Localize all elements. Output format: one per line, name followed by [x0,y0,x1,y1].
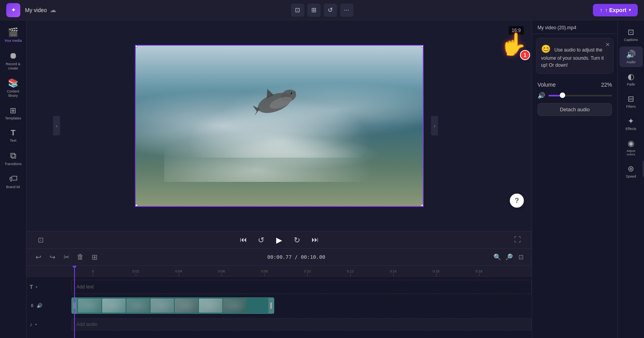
ruler-marks: 0 0:02 0:04 0:06 [71,266,500,276]
ruler-mark-6: 0:06 [200,269,243,276]
right-sidebar-adjust-colors[interactable]: ◉ Adjustcolors [619,135,643,159]
frame-thumb-3 [126,299,150,313]
rewind-button[interactable]: ↺ [255,234,268,246]
transitions-icon: ⧉ [10,151,16,161]
timeline-playhead[interactable] [74,266,75,338]
text-track-row: T + Add text [27,278,532,295]
skip-forward-button[interactable]: ⏭ [309,234,321,246]
fit-button[interactable]: ⊡ [516,253,525,262]
sidebar-item-templates[interactable]: ⊞ Templates [2,103,25,124]
expand-left-button[interactable]: ‹ [53,116,60,135]
help-button[interactable]: ? [510,194,524,208]
save-frame-button[interactable]: ⊞ [89,252,100,263]
cut-button[interactable]: ✂ [61,252,72,263]
zoom-out-button[interactable]: 🔍 [493,253,502,262]
crop-button[interactable]: ⊡ [291,4,304,17]
frame-thumb-5 [175,299,198,313]
sidebar-item-text[interactable]: T Text [2,125,25,146]
resize-handle-tr[interactable] [421,45,424,48]
video-preview: 16:9 ? ‹ › [27,20,532,231]
right-sidebar-fade[interactable]: ◐ Fade [619,69,643,89]
clip-handle-right[interactable] [268,298,274,313]
text-icon: T [11,128,15,137]
resize-handle-br[interactable] [421,204,424,207]
more-button[interactable]: ··· [340,4,353,17]
screen-icon-button[interactable]: ⊡ [34,234,47,246]
cloud-save-icon: ☁ [50,6,56,14]
detach-audio-button[interactable]: Detach audio [538,103,612,116]
app-logo: ✦ [6,3,20,17]
content-library-icon: 📚 [8,78,18,88]
sidebar-item-brand[interactable]: 🏷 Brand kit [2,171,25,192]
video-container [135,45,424,207]
right-sidebar-audio[interactable]: 🔊 Audio [619,46,643,67]
zoom-in-button[interactable]: 🔎 [504,253,514,262]
forward-button[interactable]: ↻ [291,234,303,246]
sidebar-item-record[interactable]: ⏺ Record &create [2,48,25,74]
timeline: ↩ ↪ ✂ 🗑 ⊞ 00:00.77 / 00:10.00 🔍 🔎 ⊡ 0 [27,248,532,338]
resize-handle-tl[interactable] [135,45,138,48]
video-track-row: ⏸ 🔊 [27,297,532,314]
music-icon: ♪ [30,321,32,327]
audio-track[interactable]: Add audio [71,318,532,331]
adjust-colors-icon: ◉ [628,139,634,148]
your-media-icon: 🎬 [8,27,18,37]
expand-right-button[interactable]: › [431,116,438,135]
effects-icon: ✦ [628,116,634,126]
text-track-label: T + [27,284,71,290]
clip-right-handle-icon [270,302,272,309]
volume-section: Volume 22% 🔊 [532,78,617,103]
right-sidebar-effects[interactable]: ✦ Effects [619,113,643,134]
ruler-mark-16: 0:16 [415,269,458,276]
timeline-content[interactable]: 0 0:02 0:04 0:06 [27,266,532,338]
frame-thumb-1 [78,299,101,313]
export-button[interactable]: ↑ ↑ Export ▾ [593,4,638,16]
frame-thumb-7 [223,299,247,313]
frame-button[interactable]: ⊞ [307,4,321,17]
rotate-button[interactable]: ↺ [324,4,337,17]
resize-handle-bl[interactable] [135,204,138,207]
sidebar-collapse-button[interactable]: › [642,161,644,177]
tooltip-close-button[interactable]: ✕ [605,41,610,48]
ruler-mark-18: 0:18 [458,269,500,276]
sidebar-item-your-media[interactable]: 🎬 Your media [2,24,25,46]
right-sidebar-speed[interactable]: ⊛ Speed [619,161,643,181]
playback-bar: ⊡ ⏮ ↺ ▶ ↻ ⏭ ⛶ [27,231,532,248]
timeline-toolbar: ↩ ↪ ✂ 🗑 ⊞ 00:00.77 / 00:10.00 🔍 🔎 ⊡ [27,249,532,266]
tooltip-emoji: 😊 [541,44,551,53]
video-clip[interactable] [71,297,274,314]
redo-button[interactable]: ↪ [47,252,58,263]
right-panel-header: My video (20).mp4 [532,20,617,34]
add-text-track[interactable]: Add text [71,280,532,294]
undo-button[interactable]: ↩ [33,252,44,263]
timeline-ruler: 0 0:02 0:04 0:06 [27,266,532,277]
video-track [71,297,532,314]
sidebar-item-transitions[interactable]: ⧉ Transitions [2,148,25,169]
frame-thumb-4 [151,299,174,313]
video-frame[interactable] [135,45,424,207]
audio-track-label: ♪ + [27,321,71,327]
play-button[interactable]: ▶ [273,234,286,246]
volume-slider-row: 🔊 [538,92,612,99]
volume-slider[interactable] [548,95,612,96]
right-sidebar-captions[interactable]: ⊡ Captions [619,24,643,45]
templates-icon: ⊞ [10,106,16,115]
export-chevron-icon: ▾ [629,8,631,12]
volume-value: 22% [601,82,612,88]
audio-tooltip: ✕ 😊 Use audio to adjust the volume of yo… [536,38,614,74]
volume-label: Volume [538,82,556,88]
video-track-label: ⏸ 🔊 [27,303,71,308]
right-sidebar-filters[interactable]: ⊟ Filters [619,91,643,112]
add-text-label: + [35,285,38,289]
slider-thumb[interactable] [560,93,565,98]
right-icons-sidebar: ⊡ Captions 🔊 Audio ◐ Fade ⊟ Filters ✦ Ef… [617,20,644,338]
delete-button[interactable]: 🗑 [75,252,86,263]
fullscreen-button[interactable]: ⛶ [511,234,524,246]
volume-track-icon: 🔊 [37,303,43,308]
record-icon: ⏺ [9,51,18,61]
skip-back-button[interactable]: ⏮ [237,234,250,246]
frame-thumb-2 [102,299,126,313]
captions-icon: ⊡ [628,27,634,37]
sidebar-item-content-library[interactable]: 📚 Contentlibrary [2,75,25,101]
timeline-tracks: T + Add text ⏸ 🔊 [27,277,532,336]
